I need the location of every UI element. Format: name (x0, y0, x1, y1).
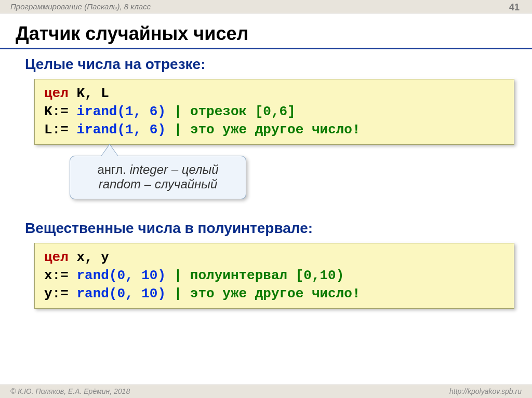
code-line: x:= rand(0, 10) | полуинтервал [0,10) (44, 267, 504, 285)
footer-copyright: © К.Ю. Поляков, Е.А. Ерёмин, 2018 (10, 387, 130, 395)
code-line: K:= irand(1, 6) | отрезок [0,6] (44, 103, 504, 121)
page-number: 41 (509, 2, 522, 13)
function-arg: 10) (141, 286, 166, 301)
code-line: цел x, y (44, 249, 504, 267)
function-call: irand(1, (76, 122, 141, 138)
callout-term: integer (130, 162, 168, 176)
subheading-reals: Вещественные числа в полуинтервале: (25, 220, 313, 237)
code-text: x, y (69, 250, 109, 265)
callout-line: random – случайный (77, 177, 238, 191)
comment: | полуинтервал [0,10) (166, 268, 344, 283)
function-arg: 6) (150, 122, 166, 138)
code-box-integers: цел K, L K:= irand(1, 6) | отрезок [0,6]… (34, 79, 514, 145)
subheading-integers: Целые числа на отрезке: (25, 56, 205, 73)
code-line: y:= rand(0, 10) | это уже другое число! (44, 285, 504, 303)
code-box-reals: цел x, y x:= rand(0, 10) | полуинтервал … (34, 243, 514, 309)
function-call: rand(0, (76, 268, 133, 283)
code-line: L:= irand(1, 6) | это уже другое число! (44, 121, 504, 139)
callout-text: англ. (97, 162, 129, 176)
code-text: y:= (44, 286, 69, 301)
callout-arrow-icon (101, 145, 118, 156)
comment: | это уже другое число! (166, 122, 360, 138)
code-text (69, 104, 77, 119)
code-text: K, L (69, 86, 109, 101)
function-arg: 10) (141, 268, 166, 283)
function-call: irand(1, (76, 104, 141, 119)
comment: | это уже другое число! (166, 286, 360, 301)
code-text (69, 268, 77, 283)
code-text (134, 268, 142, 283)
code-text (134, 286, 142, 301)
keyword: цел (44, 250, 69, 265)
keyword: цел (44, 86, 69, 101)
footer-url: http://kpolyakov.spb.ru (449, 387, 522, 395)
code-text (141, 104, 150, 119)
code-line: цел K, L (44, 85, 504, 103)
function-arg: 6) (150, 104, 166, 119)
title-underline (0, 48, 532, 49)
header-subject: Программирование (Паскаль), 8 класс (10, 2, 151, 11)
slide-footer: © К.Ю. Поляков, Е.А. Ерёмин, 2018 http:/… (0, 385, 532, 398)
code-text (69, 122, 77, 138)
callout-term: random (99, 177, 141, 191)
slide: Программирование (Паскаль), 8 класс 41 Д… (0, 0, 532, 398)
code-text (141, 122, 150, 138)
function-call: rand(0, (76, 286, 133, 301)
code-text: K:= (44, 104, 69, 119)
callout-text: – случайный (141, 177, 217, 191)
code-text (69, 286, 77, 301)
callout-line: англ. integer – целый (77, 162, 238, 177)
slide-title: Датчик случайных чисел (16, 23, 248, 45)
callout-text: – целый (168, 162, 219, 176)
code-text: x:= (44, 268, 69, 283)
slide-header: Программирование (Паскаль), 8 класс 41 (0, 0, 532, 13)
comment: | отрезок [0,6] (166, 104, 296, 119)
callout-note: англ. integer – целый random – случайный (70, 156, 246, 199)
code-text: L:= (44, 122, 69, 138)
